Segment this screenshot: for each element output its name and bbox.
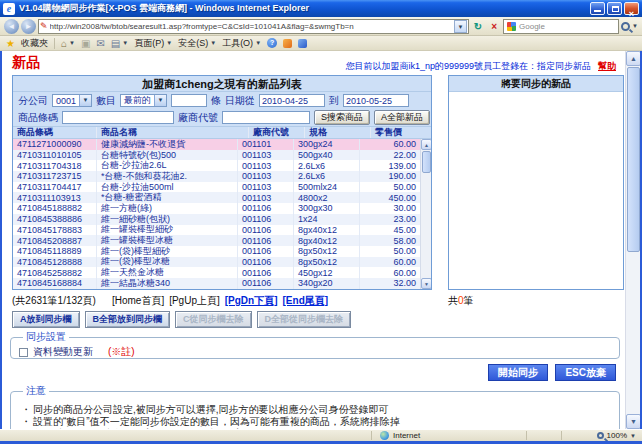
all-new-products-button[interactable]: A全部新品: [374, 110, 430, 125]
cell-barcode: 4711271000090: [13, 139, 97, 150]
list-box-header: 加盟商1cheng之現有的新品列表: [13, 76, 431, 92]
page-status-icon: ✎: [40, 21, 48, 31]
search-engine-label: Google: [519, 22, 545, 31]
table-row[interactable]: 4710845178883維一罐裝棒型細砂0011068gx40x1245.00: [13, 225, 420, 236]
table-row[interactable]: 4710311723715*台糖-不飽和葵花油2.0011032.6Lx6190…: [13, 171, 420, 182]
vendor-input[interactable]: [222, 111, 310, 124]
pager: (共2631筆1/132頁) [Home首頁] [PgUp上頁] [PgDn下頁…: [12, 294, 432, 308]
scroll-thumb[interactable]: [627, 67, 640, 252]
pager-home[interactable]: [Home首頁]: [112, 294, 164, 308]
addon-icon-2[interactable]: [298, 39, 307, 48]
page-menu[interactable]: 頁面(P)▼: [134, 37, 172, 50]
search-options-arrow[interactable]: ▼: [632, 23, 638, 29]
date-from-input[interactable]: [259, 94, 325, 107]
table-row[interactable]: 4711271000090健康減納鹽-不收退貨001101300gx2460.0…: [13, 139, 420, 150]
table-row[interactable]: 4710845388886維一細砂糖(包狀)0011061x2423.00: [13, 214, 420, 225]
sync-panel: 將要同步的新品: [448, 75, 624, 290]
table-row[interactable]: 4710311103913*台糖-糖蜜酒精0011034800x2450.00: [13, 192, 420, 203]
cell-vendor: 001103: [238, 160, 294, 171]
cell-price: 32.00: [360, 278, 420, 289]
restore-button[interactable]: [607, 2, 622, 15]
tools-menu[interactable]: 工具(O)▼: [222, 37, 261, 50]
table-row[interactable]: 4710845188882維一方糖(綠)001106300gx3030.00: [13, 203, 420, 214]
search-box[interactable]: Google: [503, 19, 619, 34]
zoom-magnifier-icon: [597, 432, 604, 439]
cell-price: 60.00: [360, 139, 420, 150]
command-toolbar: ★ 收藏夾 ⌂▼ ▣ ✉ ▤▼ 頁面(P)▼ 安全(S)▼ 工具(O)▼ ?: [0, 36, 642, 51]
refresh-button[interactable]: ↻: [471, 19, 485, 34]
status-bar: Internet 100% ▼: [0, 429, 642, 441]
help-icon[interactable]: ?: [267, 38, 277, 48]
zoom-control[interactable]: 100% ▼: [564, 431, 642, 440]
addon-icon-1[interactable]: [283, 39, 292, 48]
table-row[interactable]: 4710845208887維一罐裝棒型冰糖0011068gx40x1258.00: [13, 235, 420, 246]
window-titlebar: e V1.04購物網同步作業[X-POS 雲端商務網] - Windows In…: [0, 0, 642, 17]
count-select-arrow-icon: ▼: [154, 95, 166, 106]
cell-vendor: 001103: [238, 171, 294, 182]
scroll-up-icon[interactable]: ▲: [626, 51, 641, 66]
zoom-dropdown-arrow[interactable]: ▼: [630, 433, 636, 439]
add-to-sync-button[interactable]: A放到同步欄: [12, 311, 80, 328]
page-scrollbar[interactable]: ▲ ▼: [625, 51, 640, 429]
search-magnifier-icon[interactable]: [621, 22, 630, 31]
cell-spec: 300gx24: [294, 139, 360, 150]
page-menu-arrow: ▼: [166, 40, 172, 46]
table-row[interactable]: 4710845128888維一(袋)棒型冰糖0011068gx50x1260.0…: [13, 257, 420, 268]
search-products-button[interactable]: S搜索商品: [314, 110, 370, 125]
branch-select[interactable]: 0001▼: [52, 94, 92, 107]
cell-vendor: 001106: [238, 235, 294, 246]
table-row[interactable]: 4710311704318台糖-沙拉油2.6L0011032.6Lx6139.0…: [13, 160, 420, 171]
date-to-label: 到: [329, 94, 339, 108]
scroll-down-icon[interactable]: ▼: [626, 414, 641, 429]
ie-logo-icon: e: [3, 3, 15, 15]
pager-pgup[interactable]: [PgUp上頁]: [169, 294, 220, 308]
cell-spec: 1x24: [294, 214, 360, 225]
add-all-to-sync-button[interactable]: B全部放到同步欄: [85, 311, 171, 328]
table-scroll-up-icon[interactable]: ▲: [421, 139, 431, 150]
print-button[interactable]: ▤▼: [111, 38, 128, 49]
count-select-value: 最前的: [121, 94, 154, 107]
home-button[interactable]: ⌂▼: [61, 38, 75, 49]
table-scrollbar[interactable]: ▲ ▼: [420, 139, 431, 289]
count-input[interactable]: [171, 94, 207, 107]
cell-vendor: 001106: [238, 267, 294, 278]
remove-all-from-sync-button: D全部從同步欄去除: [257, 311, 352, 328]
table-row[interactable]: 4710845168884維一結晶冰糖340001106340gx2032.00: [13, 278, 420, 289]
cell-spec: 8gx40x12: [294, 225, 360, 236]
forward-button[interactable]: ►: [21, 19, 36, 34]
table-row[interactable]: 4710311010105台糖特號砂(包)500001103500gx4022.…: [13, 150, 420, 161]
help-link[interactable]: 幫助: [598, 61, 616, 71]
cell-name: 維一天然金冰糖: [97, 267, 238, 278]
favorites-star-icon[interactable]: ★: [6, 38, 15, 49]
table-row[interactable]: 4710311704417台糖-沙拉油500ml001103500mlx2450…: [13, 182, 420, 193]
stop-button[interactable]: ×: [487, 19, 501, 34]
favorites-label[interactable]: 收藏夾: [21, 37, 48, 50]
note-item: 同步的商品分公司設定,被同步方可以選擇,同步方的要以相應分公司身份登錄即可: [19, 404, 611, 416]
data-update-checkbox[interactable]: [19, 348, 28, 357]
date-to-input[interactable]: [343, 94, 409, 107]
table-row[interactable]: 4710845118889維一(袋)棒型細砂0011068gx50x1250.0…: [13, 246, 420, 257]
pager-pgdn[interactable]: [PgDn下頁]: [225, 294, 278, 308]
minimize-button[interactable]: [590, 2, 605, 15]
table-scroll-thumb[interactable]: [422, 151, 431, 173]
feeds-icon[interactable]: ▣: [81, 38, 90, 49]
filter-row-2: 商品條碼 廠商代號 S搜索商品 A全部新品: [13, 109, 431, 126]
safety-menu[interactable]: 安全(S)▼: [178, 37, 216, 50]
table-scroll-down-icon[interactable]: ▼: [421, 278, 431, 289]
count-select[interactable]: 最前的▼: [120, 94, 167, 107]
mail-icon[interactable]: ✉: [96, 38, 104, 49]
close-button[interactable]: ×: [624, 2, 639, 15]
home-dropdown-arrow: ▼: [69, 40, 75, 46]
page-content: 新品 您目前以加盟商ik1_np的999999號員工登錄在：指定同步新品幫助 加…: [0, 51, 642, 429]
start-sync-button[interactable]: 開始同步: [488, 364, 548, 381]
sync-panel-list[interactable]: [449, 92, 623, 289]
esc-cancel-button[interactable]: ESC放棄: [555, 364, 616, 381]
barcode-input[interactable]: [62, 111, 174, 124]
address-bar[interactable]: ✎ http://win2008/tw/btob/searesult1.asp?…: [38, 19, 469, 34]
login-info: 您目前以加盟商ik1_np的999999號員工登錄在：指定同步新品幫助: [345, 60, 616, 73]
address-url[interactable]: http://win2008/tw/btob/searesult1.asp?fr…: [50, 22, 453, 31]
table-row[interactable]: 4710845258882維一天然金冰糖001106450gx1260.00: [13, 267, 420, 278]
pager-end[interactable]: [End尾頁]: [283, 294, 329, 308]
address-dropdown-button[interactable]: ▼: [454, 20, 467, 33]
back-button[interactable]: ◄: [4, 19, 19, 34]
